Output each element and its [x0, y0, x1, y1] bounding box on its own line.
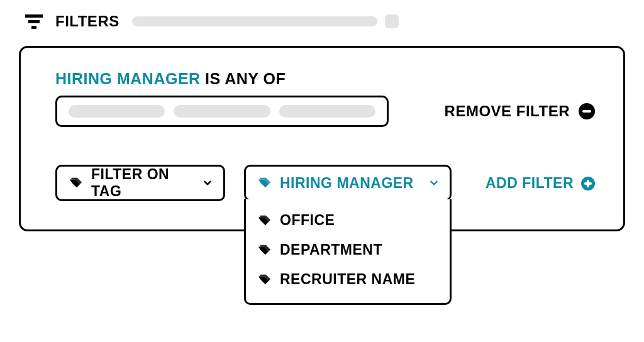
value-pill [174, 105, 270, 118]
tag-icon [257, 214, 271, 228]
filter-on-tag-label: FILTER ON TAG [91, 166, 194, 200]
chevron-down-icon [203, 179, 212, 187]
value-pill [279, 105, 375, 118]
filter-values-input[interactable] [55, 96, 389, 127]
dropdown-option-department[interactable]: DEPARTMENT [246, 235, 450, 265]
field-dropdown[interactable]: HIRING MANAGER [244, 165, 452, 201]
filters-header: FILTERS [19, 13, 625, 30]
field-dropdown-wrapper: HIRING MANAGER OFFICE [244, 165, 452, 201]
dropdown-option-label: DEPARTMENT [280, 241, 382, 258]
field-dropdown-selected: HIRING MANAGER [280, 175, 414, 192]
skeleton-placeholder [132, 14, 399, 28]
tag-icon [257, 273, 271, 287]
tag-icon [257, 176, 271, 190]
remove-filter-button[interactable]: REMOVE FILTER [445, 102, 595, 120]
dropdown-option-label: OFFICE [280, 212, 335, 229]
dropdown-option-office[interactable]: OFFICE [246, 206, 450, 235]
dropdown-option-label: RECRUITER NAME [280, 271, 415, 288]
filter-icon [25, 14, 43, 29]
minus-circle-icon [579, 103, 595, 119]
filter-card: HIRING MANAGER IS ANY OF REMOVE FILTER F [19, 46, 625, 231]
dropdown-option-recruiter-name[interactable]: RECRUITER NAME [246, 265, 450, 294]
filter-field-name: HIRING MANAGER [55, 70, 201, 87]
plus-circle-icon [581, 177, 595, 190]
add-filter-label: ADD FILTER [486, 175, 574, 192]
filter-expression: HIRING MANAGER IS ANY OF [55, 70, 595, 88]
filters-title: FILTERS [55, 13, 119, 30]
tag-icon [257, 243, 271, 257]
add-filter-button[interactable]: ADD FILTER [486, 165, 595, 192]
value-pill [69, 105, 165, 118]
chevron-down-icon [430, 179, 438, 187]
filter-on-tag-dropdown[interactable]: FILTER ON TAG [55, 165, 225, 201]
tag-icon [69, 176, 82, 190]
filter-operator: IS ANY OF [205, 70, 286, 87]
field-dropdown-menu: OFFICE DEPARTMENT RECRUITER NAME [244, 199, 452, 305]
remove-filter-label: REMOVE FILTER [445, 102, 570, 120]
